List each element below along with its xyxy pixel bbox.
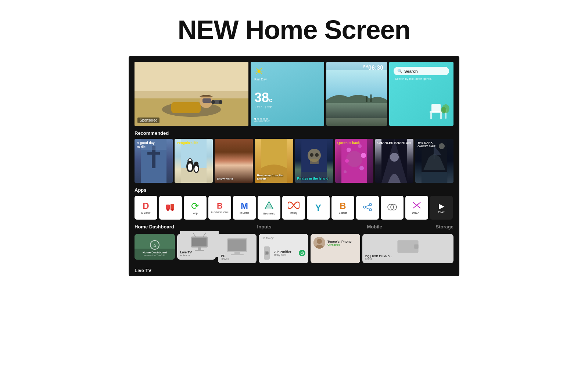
app-play-label: PLAY — [438, 211, 444, 213]
svg-point-28 — [188, 163, 192, 171]
rec-item-desert[interactable]: Run away from the Desert — [255, 139, 293, 183]
svg-rect-92 — [414, 245, 418, 249]
clock-display: PM06:30 — [363, 65, 383, 71]
hero-sponsored[interactable]: Sponsored — [135, 62, 248, 126]
rec-item-ghost[interactable]: THE DARKGHOST SHIP — [415, 139, 453, 183]
svg-point-32 — [194, 166, 198, 172]
weather-card[interactable]: ☀ Fair Day 38c ↓ 24° ↑ 53° — [251, 62, 324, 126]
rec-title-pirates: Pirates in the Island — [297, 177, 331, 181]
svg-point-59 — [171, 209, 173, 211]
page-title: NEW Home Screen — [0, 0, 588, 56]
recommended-row: A good dayto die Penguin's li — [135, 139, 453, 183]
air-purifier-icon — [262, 246, 272, 260]
sponsored-badge: Sponsored — [137, 118, 159, 123]
air-purifier-card[interactable]: LG ThinQ° Air Purifier Baby Care ⏻ — [259, 234, 308, 263]
app-share-icon — [363, 203, 372, 213]
search-hint: Search by title, actor, genre. — [394, 77, 449, 80]
search-label: Search — [404, 69, 418, 73]
search-bar[interactable]: 🔍 Search — [394, 67, 449, 75]
app-business-icon: B — [217, 202, 223, 210]
charles-image — [375, 139, 413, 183]
rec-item-good-day[interactable]: A good dayto die — [135, 139, 173, 183]
app-y[interactable]: Y — [307, 196, 330, 220]
home-dashboard-card[interactable]: ⌂ Home Dashboard powered by ThinQ AI — [135, 234, 175, 260]
svg-rect-74 — [191, 236, 208, 248]
pirates-image — [295, 139, 333, 183]
svg-rect-17 — [440, 113, 442, 119]
iphone-card[interactable]: Teneo's iPhone Connected — [311, 234, 360, 263]
svg-point-51 — [390, 153, 399, 162]
svg-point-39 — [310, 153, 313, 157]
rec-item-pirates[interactable]: Pirates in the Island — [295, 139, 333, 183]
app-infinity-label: Infinity — [290, 212, 297, 214]
air-purifier-title: Air Purifier — [274, 250, 291, 254]
sponsored-image — [135, 62, 248, 126]
svg-rect-23 — [147, 152, 160, 155]
app-play[interactable]: ▶ PLAY — [430, 196, 453, 220]
app-business[interactable]: B BUSINESS ICON — [208, 196, 231, 220]
tv-screen: Sponsored ☀ Fair Day 38c ↓ 24° ↑ 53° — [129, 56, 459, 276]
svg-point-58 — [167, 209, 169, 211]
home-dashboard-title: Home Dashboard — [143, 251, 167, 254]
svg-point-63 — [369, 203, 372, 206]
svg-rect-15 — [431, 104, 441, 112]
svg-point-40 — [315, 153, 319, 157]
pc-title: PC — [221, 254, 254, 258]
svg-point-87 — [266, 252, 268, 254]
rec-item-penguin[interactable]: Penguin's life — [175, 139, 213, 183]
air-purifier-power[interactable]: ⏻ — [299, 250, 305, 256]
app-b-letter-label: B letter — [339, 212, 347, 214]
air-purifier-brand: LG ThinQ° — [262, 237, 305, 239]
live-tv-card[interactable]: Live TV Antenna — [177, 234, 216, 260]
svg-rect-75 — [192, 238, 207, 246]
svg-point-20 — [441, 107, 446, 113]
app-m[interactable] — [159, 196, 182, 220]
search-icon: 🔍 — [397, 69, 402, 73]
usb-subtitle: USB1 — [365, 258, 451, 260]
app-share[interactable] — [356, 196, 379, 220]
svg-rect-54 — [422, 172, 447, 183]
storage-label: Storage — [436, 224, 453, 230]
weather-day: Fair Day — [254, 77, 320, 81]
app-graph[interactable]: GRAPH — [405, 196, 428, 220]
pc-subtitle: HDMI1 — [221, 258, 254, 260]
dashboard-grid: ⌂ Home Dashboard powered by ThinQ AI — [135, 234, 453, 263]
recommended-label: Recommended — [135, 130, 453, 136]
svg-line-65 — [366, 205, 369, 206]
svg-point-33 — [194, 162, 198, 166]
rec-title-desert: Run away from the Desert — [257, 174, 291, 181]
iphone-avatar — [313, 237, 325, 249]
usb-card[interactable]: PQ | USB Flash D... USB1 — [362, 234, 453, 263]
penguin-image — [175, 139, 213, 183]
app-infinity[interactable]: Infinity — [282, 196, 305, 220]
live-tv-title: Live TV — [180, 250, 213, 254]
svg-point-55 — [439, 143, 445, 149]
rec-title-queen: Queen is back — [337, 141, 360, 145]
app-geometric[interactable]: Geometric — [258, 196, 280, 220]
svg-line-79 — [203, 234, 206, 236]
weather-range: ↓ 24° ↑ 53° — [254, 105, 320, 109]
app-m-letter[interactable]: M M Letter — [233, 196, 256, 220]
svg-rect-12 — [366, 96, 368, 102]
search-furniture-image — [422, 98, 452, 124]
pc-card[interactable]: PC HDMI1 — [218, 234, 257, 263]
search-card[interactable]: 🔍 Search Search by title, actor, genre. — [389, 62, 453, 126]
svg-point-89 — [317, 239, 322, 244]
app-d-letter[interactable]: D D Letter — [135, 196, 157, 220]
rec-item-queen[interactable]: Queen is back — [335, 139, 373, 183]
app-geometric-icon — [264, 201, 274, 211]
svg-line-66 — [366, 207, 369, 209]
hero-row: Sponsored ☀ Fair Day 38c ↓ 24° ↑ 53° — [135, 62, 453, 126]
mobile-label: Mobile — [367, 224, 382, 230]
svg-point-44 — [347, 148, 351, 152]
weather-temp: 38c — [254, 90, 320, 105]
app-circles[interactable] — [381, 196, 404, 220]
rec-item-snow-white[interactable]: Snow white — [215, 139, 253, 183]
app-m-icon — [165, 203, 176, 213]
landscape-clock-card[interactable]: PM06:30 — [326, 62, 387, 126]
app-loop[interactable]: ⟳ loop — [184, 196, 207, 220]
app-b-letter[interactable]: B B letter — [331, 196, 354, 220]
live-tv-section-label: Live TV — [135, 268, 453, 276]
app-business-label: BUSINESS ICON — [211, 211, 228, 213]
rec-item-charles[interactable]: CHARLES BRANTON — [375, 139, 413, 183]
